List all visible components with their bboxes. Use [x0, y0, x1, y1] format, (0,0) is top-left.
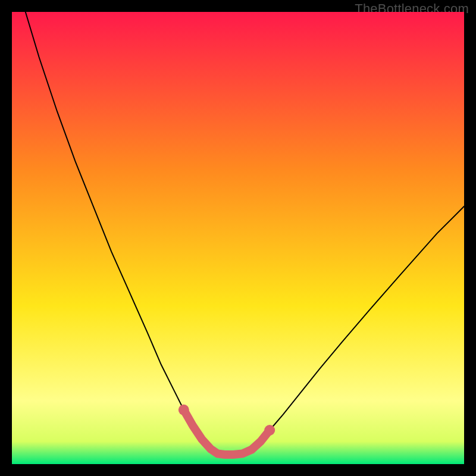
highlight-dot-left	[178, 405, 189, 415]
gradient-background	[12, 12, 464, 464]
chart-frame: TheBottleneck.com	[0, 0, 476, 476]
bottleneck-chart	[12, 12, 464, 464]
highlight-dot-right	[264, 425, 275, 436]
